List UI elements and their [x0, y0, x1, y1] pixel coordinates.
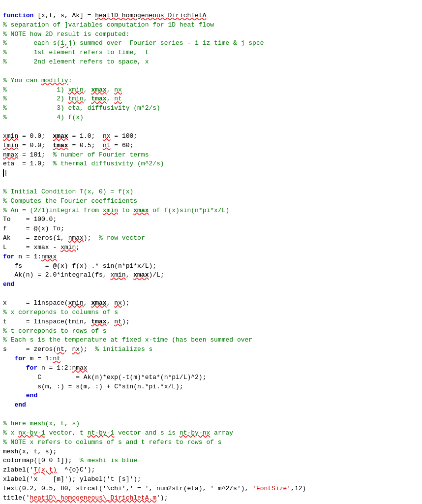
function-name: heat1D_homogeneous_DirichletA — [95, 12, 206, 19]
line-50: zlabel('T(x,t) ^{o}C'); — [3, 466, 95, 473]
line-28: fs = @(x) f(x) .* sin(n*pi*x/L); — [3, 262, 156, 270]
comment: % 3) eta, diffusivity (m^2/s) — [3, 104, 160, 112]
comment: % 4) f(x) — [3, 114, 84, 121]
line-1: function [x,t, s, Ak] = heat1D_homogeneo… — [3, 12, 207, 19]
line-14: xmin = 0.0; xmax = 1.0; nx = 100; — [3, 132, 137, 140]
line-24: f = @(x) To; — [3, 225, 64, 232]
line-39: for n = 1:2:nmax — [3, 364, 88, 372]
line-41: s(m, :) = s(m, :) + C*sin(n.*pi.*x/L); — [3, 383, 183, 390]
line-22: % An = (2/1)integral from xmin to xmax o… — [3, 207, 229, 214]
comment: % An = (2/1)integral from xmin to xmax o… — [3, 207, 229, 214]
comment: % 2) tmin, tmax, nt — [3, 95, 122, 102]
comment: % Initial Condition T(x, 0) = f(x) — [3, 188, 133, 195]
line-12: % 4) f(x) — [3, 114, 84, 121]
line-49: colormap([0 0 1]); % meshi is blue — [3, 457, 137, 464]
line-27: for n = 1:nmax — [3, 253, 57, 260]
line-51: xlabel('x [m]'); ylabel('t [s]'); — [3, 475, 141, 483]
line-2: % separation of ]variables computation f… — [3, 21, 214, 29]
line-3: % NOTE how 2D result is computed: — [3, 31, 129, 38]
var-tmax: tmax — [53, 142, 68, 149]
line-45: % here mesh(x, t, s) — [3, 420, 80, 427]
line-42: end — [3, 392, 37, 399]
line-25: Ak = zeros(1, nmax); % row vector — [3, 234, 145, 242]
line-40: C = Ak(n)*exp(-t(m)*eta*(n*pi/L)^2); — [3, 374, 206, 381]
comment: % each s(i,j) summed over Fourier series… — [3, 39, 264, 47]
line-43: end — [3, 401, 26, 409]
line-16: nmax = 101; % number of Fourier terms — [3, 151, 149, 158]
var-nt: nt — [103, 142, 111, 149]
var-xmin: xmin — [3, 132, 18, 140]
line-11: % 3) eta, diffusivity (m^2/s) — [3, 104, 160, 112]
line-29: Ak(n) = 2.0*integral(fs, xmin, xmax)/L; — [3, 271, 164, 279]
line-18: | — [3, 169, 8, 177]
comment: % separation of ]variables computation f… — [3, 21, 214, 29]
comment: % 1) xmin, xmax, nx — [3, 86, 122, 94]
line-9: % 1) xmin, xmax, nx — [3, 86, 122, 94]
comment: % 1st element refers to time, t — [3, 49, 149, 56]
line-5: % 1st element refers to time, t — [3, 49, 149, 56]
line-37: s = zeros(nt, nx); % initializes s — [3, 346, 152, 353]
line-53: title('heat1D\_homogeneous\_DirichletA.m… — [3, 494, 168, 502]
line-47: % NOTE x refers to columns of s and t re… — [3, 439, 222, 446]
line-15: tmin = 0.0; tmax = 0.5; nt = 60; — [3, 142, 133, 149]
line-32: x = linspace(xmin, xmax, nx); — [3, 299, 130, 307]
var-nx: nx — [103, 132, 111, 140]
line-33: % x correponds to columns of s — [3, 309, 118, 316]
line-6: % 2nd element refers to space, x — [3, 58, 149, 65]
var-nmax: nmax — [3, 151, 18, 158]
line-26: L = xmax - xmin; — [3, 244, 80, 251]
line-17: eta = 1.0; % thermal diffusivity (m^2/s) — [3, 160, 164, 167]
line-4: % each s(i,j) summed over Fourier series… — [3, 39, 264, 47]
comment: % NOTE how 2D result is computed: — [3, 31, 129, 38]
comment: % Computes the Fourier coefficients — [3, 197, 137, 205]
line-48: mesh(x, t, s); — [3, 448, 57, 455]
line-30: end — [3, 281, 14, 288]
code-editor: function [x,t, s, Ak] = heat1D_homogeneo… — [3, 2, 419, 504]
line-46: % x nx-by-1 vector, t nt-by-1 vector and… — [3, 429, 233, 437]
line-34: t = linspace(tmin, tmax, nt); — [3, 318, 129, 325]
line-20: % Initial Condition T(x, 0) = f(x) — [3, 188, 133, 195]
var-tmin: tmin — [3, 142, 18, 149]
line-21: % Computes the Fourier coefficients — [3, 197, 137, 205]
comment: % 2nd element refers to space, x — [3, 58, 149, 65]
var-xmax: xmax — [53, 132, 68, 140]
keyword-function: function — [3, 12, 33, 19]
line-10: % 2) tmin, tmax, nt — [3, 95, 122, 102]
line-52: text(0.2, 0.5, 80, strcat('\chi',' = ', … — [3, 485, 306, 492]
line-35: % t correponds to rows of s — [3, 327, 107, 335]
line-23: To = 100.0; — [3, 216, 57, 223]
comment: % You can modifiy: — [3, 77, 72, 84]
line-36: % Each s is the temperature at fixed x-t… — [3, 336, 252, 344]
line-8: % You can modifiy: — [3, 77, 72, 84]
line-38: for m = 1:nt — [3, 355, 60, 362]
